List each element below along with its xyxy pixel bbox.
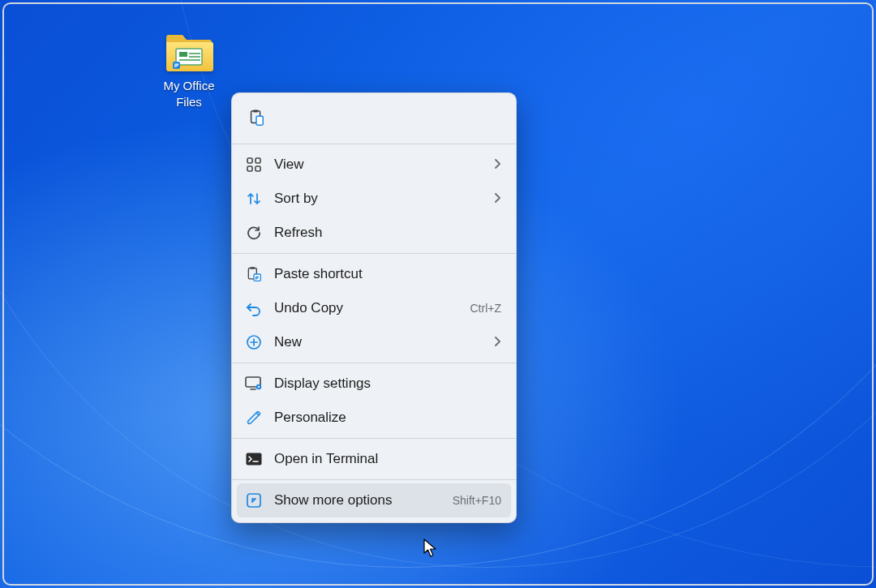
menu-item-label: Open in Terminal [274,451,501,467]
menu-item-label: Undo Copy [274,300,462,316]
chevron-right-icon [493,158,501,171]
svg-rect-1 [179,52,187,57]
menu-item-label: Personalize [274,410,501,426]
svg-rect-9 [256,166,260,171]
svg-rect-4 [253,109,258,112]
plus-circle-icon [245,333,263,351]
menu-item-label: Sort by [274,191,485,207]
clipboard-paste-icon [247,109,265,127]
terminal-icon [245,450,263,468]
menu-item-paste-shortcut[interactable]: Paste shortcut [237,257,511,291]
svg-rect-6 [247,158,252,163]
svg-rect-8 [247,166,252,171]
folder-icon [165,32,213,73]
display-settings-icon [245,375,263,393]
svg-rect-17 [247,453,262,466]
svg-rect-7 [256,158,260,163]
menu-item-label: New [274,334,485,350]
paste-shortcut-icon [245,265,263,283]
expand-icon [245,491,263,509]
refresh-icon [245,224,263,242]
menu-item-label: Show more options [274,492,444,509]
desktop-icon-my-office-files[interactable]: My Office Files [150,32,228,109]
menu-item-personalize[interactable]: Personalize [237,401,511,435]
chevron-right-icon [493,336,501,349]
menu-item-undo-copy[interactable]: Undo Copy Ctrl+Z [237,291,511,325]
menu-item-refresh[interactable]: Refresh [237,216,511,250]
menu-item-show-more-options[interactable]: Show more options Shift+F10 [237,483,511,517]
personalize-icon [245,409,263,427]
menu-item-label: View [274,157,485,173]
menu-item-label: Paste shortcut [274,266,501,282]
chevron-right-icon [493,192,501,205]
menu-item-new[interactable]: New [237,325,511,359]
svg-rect-2 [173,62,180,69]
menu-item-shortcut: Shift+F10 [453,494,501,507]
menu-item-shortcut: Ctrl+Z [470,302,502,315]
paste-button[interactable] [242,103,271,132]
menu-item-view[interactable]: View [237,148,511,182]
svg-rect-11 [251,267,255,269]
menu-item-open-in-terminal[interactable]: Open in Terminal [237,442,511,476]
undo-icon [245,299,263,317]
svg-point-16 [258,386,260,388]
desktop-icon-label: My Office Files [150,78,228,109]
sort-icon [245,190,263,208]
mouse-cursor-icon [423,539,438,558]
desktop-context-menu: View Sort by Refresh Paste shortcut Undo… [231,92,517,523]
menu-item-label: Display settings [274,376,501,392]
menu-item-sort-by[interactable]: Sort by [237,182,511,216]
svg-rect-12 [254,274,260,281]
svg-rect-5 [256,116,263,125]
grid-icon [245,156,263,174]
menu-item-display-settings[interactable]: Display settings [237,367,511,401]
menu-item-label: Refresh [274,225,501,241]
context-menu-quick-actions [237,98,511,140]
